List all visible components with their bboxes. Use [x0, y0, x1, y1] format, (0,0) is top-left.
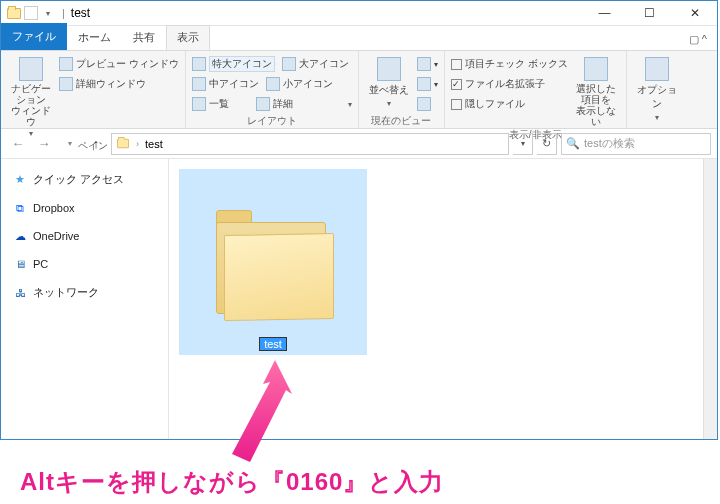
- sidebar-item-quickaccess[interactable]: ★クイック アクセス: [1, 169, 168, 190]
- sort-button[interactable]: 並べ替え ▾: [365, 53, 413, 108]
- address-box[interactable]: › test: [111, 133, 509, 155]
- search-placeholder: testの検索: [584, 136, 635, 151]
- folder-icon: [117, 139, 129, 148]
- details-view-icon: [256, 97, 270, 111]
- ribbon: ナビゲーション ウィンドウ ▾ プレビュー ウィンドウ 詳細ウィンドウ ペイン …: [1, 51, 717, 129]
- folder-item-selected[interactable]: test: [179, 169, 367, 355]
- up-button[interactable]: ↑: [85, 133, 107, 155]
- details-icon: [59, 77, 73, 91]
- titlebar: ▾ | test — ☐ ✕: [1, 1, 717, 26]
- dropbox-icon: ⧉: [13, 201, 27, 215]
- layout-medium[interactable]: 中アイコン: [209, 77, 259, 91]
- tab-view[interactable]: 表示: [166, 25, 210, 50]
- size-columns-button[interactable]: [417, 95, 438, 113]
- star-icon: ★: [13, 173, 27, 187]
- maximize-button[interactable]: ☐: [627, 1, 672, 26]
- preview-icon: [59, 57, 73, 71]
- qat-dropdown[interactable]: ▾: [40, 5, 56, 21]
- close-button[interactable]: ✕: [672, 1, 717, 26]
- label: ナビゲーション ウィンドウ: [7, 83, 55, 127]
- layout-small[interactable]: 小アイコン: [283, 77, 333, 91]
- layout-extralarge[interactable]: 特大アイコン: [209, 56, 275, 72]
- back-button[interactable]: ←: [7, 133, 29, 155]
- group-label: レイアウト: [192, 113, 352, 130]
- list-icon: [192, 97, 206, 111]
- search-icon: 🔍: [566, 137, 580, 150]
- ribbon-group-options: オプション ▾: [627, 51, 687, 128]
- preview-pane-button[interactable]: プレビュー ウィンドウ: [59, 55, 179, 73]
- address-dropdown[interactable]: ▾: [513, 133, 533, 155]
- group-label: 現在のビュー: [365, 113, 438, 130]
- content-area: ★クイック アクセス ⧉Dropbox ☁OneDrive 🖥PC 🖧ネットワー…: [1, 159, 717, 439]
- columns-icon: [417, 77, 431, 91]
- ribbon-group-pane: ナビゲーション ウィンドウ ▾ プレビュー ウィンドウ 詳細ウィンドウ ペイン: [1, 51, 186, 128]
- xl-icons-icon: [192, 57, 206, 71]
- group-by-button[interactable]: ▾: [417, 55, 438, 73]
- l-icons-icon: [282, 57, 296, 71]
- hide-icon: [584, 57, 608, 81]
- qat-item[interactable]: [24, 6, 38, 20]
- sidebar-item-network[interactable]: 🖧ネットワーク: [1, 282, 168, 303]
- add-columns-button[interactable]: ▾: [417, 75, 438, 93]
- folder-rename-input[interactable]: test: [259, 337, 287, 351]
- s-icons-icon: [266, 77, 280, 91]
- checkbox-icon: ✓: [451, 79, 462, 90]
- window-controls: — ☐ ✕: [582, 1, 717, 26]
- tab-home[interactable]: ホーム: [67, 25, 122, 50]
- item-checkboxes-toggle[interactable]: 項目チェック ボックス: [451, 55, 568, 73]
- sizecols-icon: [417, 97, 431, 111]
- tab-share[interactable]: 共有: [122, 25, 166, 50]
- address-bar: ← → ▾ ↑ › test ▾ ↻ 🔍 testの検索: [1, 129, 717, 159]
- details-pane-button[interactable]: 詳細ウィンドウ: [59, 75, 179, 93]
- sidebar-item-onedrive[interactable]: ☁OneDrive: [1, 226, 168, 246]
- groupby-icon: [417, 57, 431, 71]
- annotation-text: Altキーを押しながら『0160』と入力: [20, 466, 444, 498]
- vertical-scrollbar[interactable]: [703, 159, 717, 439]
- network-icon: 🖧: [13, 286, 27, 300]
- navigation-pane-button[interactable]: ナビゲーション ウィンドウ ▾: [7, 53, 55, 138]
- forward-button[interactable]: →: [33, 133, 55, 155]
- hidden-files-toggle[interactable]: 隠しファイル: [451, 95, 568, 113]
- checkbox-icon: [451, 59, 462, 70]
- sidebar-item-dropbox[interactable]: ⧉Dropbox: [1, 198, 168, 218]
- breadcrumb-separator: ›: [136, 139, 139, 149]
- ribbon-collapse-button[interactable]: ▢ ^: [679, 29, 717, 50]
- search-input[interactable]: 🔍 testの検索: [561, 133, 711, 155]
- ribbon-tabs: ファイル ホーム 共有 表示 ▢ ^: [1, 26, 717, 51]
- layout-details[interactable]: 詳細: [273, 97, 293, 111]
- breadcrumb-item[interactable]: test: [145, 138, 163, 150]
- options-icon: [645, 57, 669, 81]
- sidebar-item-pc[interactable]: 🖥PC: [1, 254, 168, 274]
- navigation-sidebar: ★クイック アクセス ⧉Dropbox ☁OneDrive 🖥PC 🖧ネットワー…: [1, 159, 169, 439]
- window-title: test: [71, 6, 90, 20]
- folder-icon-large: [208, 210, 338, 325]
- options-button[interactable]: オプション ▾: [633, 53, 681, 122]
- explorer-window: ▾ | test — ☐ ✕ ファイル ホーム 共有 表示 ▢ ^ ナビゲーショ…: [0, 0, 718, 440]
- ribbon-group-currentview: 並べ替え ▾ ▾ ▾ 現在のビュー: [359, 51, 445, 128]
- hide-selected-button[interactable]: 選択した項目を 表示しない: [572, 53, 620, 127]
- quick-access-toolbar: ▾ | test: [1, 5, 90, 21]
- sort-icon: [377, 57, 401, 81]
- tab-file[interactable]: ファイル: [1, 23, 67, 50]
- navigation-pane-icon: [19, 57, 43, 81]
- title-separator: |: [62, 7, 65, 19]
- file-list-area[interactable]: test: [169, 159, 717, 439]
- pc-icon: 🖥: [13, 257, 27, 271]
- refresh-button[interactable]: ↻: [537, 133, 557, 155]
- app-icon: [6, 5, 22, 21]
- layout-large[interactable]: 大アイコン: [299, 57, 349, 71]
- rename-text-selected: test: [260, 338, 286, 350]
- file-extensions-toggle[interactable]: ✓ファイル名拡張子: [451, 75, 568, 93]
- minimize-button[interactable]: —: [582, 1, 627, 26]
- onedrive-icon: ☁: [13, 229, 27, 243]
- ribbon-group-layout: 特大アイコン大アイコン 中アイコン小アイコン 一覧詳細▾ レイアウト: [186, 51, 359, 128]
- ribbon-group-showhide: 項目チェック ボックス ✓ファイル名拡張子 隠しファイル 選択した項目を 表示し…: [445, 51, 627, 128]
- recent-dropdown[interactable]: ▾: [59, 133, 81, 155]
- layout-list[interactable]: 一覧: [209, 97, 229, 111]
- m-icons-icon: [192, 77, 206, 91]
- checkbox-icon: [451, 99, 462, 110]
